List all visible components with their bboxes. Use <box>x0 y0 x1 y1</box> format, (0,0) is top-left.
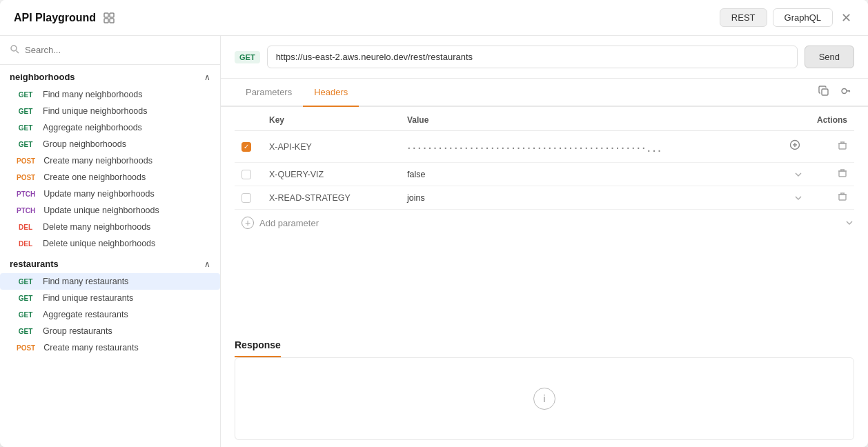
url-input[interactable] <box>267 46 798 68</box>
delete-row-button[interactable] <box>838 168 847 180</box>
search-icon <box>10 44 19 56</box>
svg-rect-3 <box>110 19 114 23</box>
svg-point-4 <box>11 46 17 51</box>
tab-list: Parameters Headers <box>235 79 359 106</box>
layout-icon[interactable] <box>103 12 115 24</box>
method-badge-get: GET <box>14 107 37 116</box>
row-checkbox-3[interactable] <box>241 193 251 203</box>
list-item[interactable]: DEL Delete unique neighborhoods <box>0 235 220 252</box>
neighborhoods-section-header[interactable]: neighborhoods ∧ <box>0 65 220 86</box>
headers-table: Key Value Actions X-API-KEY <box>235 110 854 210</box>
response-title: Response <box>235 339 281 357</box>
graphql-tab-button[interactable]: GraphQL <box>773 8 833 27</box>
list-item[interactable]: GET Group restaurants <box>0 323 220 339</box>
method-badge-get: GET <box>14 294 37 303</box>
item-label: Create one neighborhoods <box>43 172 146 182</box>
restaurants-section-title: restaurants <box>10 259 59 269</box>
rest-tab-button[interactable]: REST <box>720 8 767 27</box>
app-header: API Playground REST GraphQL ✕ <box>0 0 868 36</box>
search-input[interactable] <box>25 45 210 55</box>
header-left: API Playground <box>14 12 115 24</box>
method-badge-del: DEL <box>14 223 37 232</box>
list-item[interactable]: GET Find many restaurants <box>0 273 220 290</box>
list-item[interactable]: PTCH Update unique neighborhoods <box>0 202 220 219</box>
method-badge-get: GET <box>14 90 37 99</box>
add-value-button[interactable] <box>787 137 803 157</box>
header-right: REST GraphQL ✕ <box>720 8 854 28</box>
key-button[interactable] <box>838 83 854 102</box>
add-parameter-row[interactable]: + Add parameter <box>235 210 854 232</box>
list-item[interactable]: GET Find many neighborhoods <box>0 86 220 103</box>
table-row: X-API-KEY ······························… <box>235 131 854 163</box>
key-cell: X-QUERY-VIZ <box>262 163 400 186</box>
url-method-badge: GET <box>235 51 260 63</box>
app-title: API Playground <box>14 12 96 24</box>
neighborhoods-chevron-icon: ∧ <box>204 72 210 82</box>
item-label: Update many neighborhoods <box>43 189 155 199</box>
method-badge-post: POST <box>14 157 38 166</box>
method-badge-get: GET <box>14 277 37 286</box>
list-item[interactable]: GET Group neighborhoods <box>0 136 220 152</box>
list-item[interactable]: GET Aggregate neighborhoods <box>0 119 220 136</box>
method-badge-get: GET <box>14 310 37 319</box>
response-section: Response <box>221 330 868 357</box>
svg-rect-21 <box>839 195 846 200</box>
svg-rect-11 <box>839 143 846 149</box>
svg-line-5 <box>17 51 19 54</box>
svg-rect-0 <box>104 13 108 17</box>
svg-rect-16 <box>839 171 846 177</box>
tab-headers[interactable]: Headers <box>303 79 359 107</box>
list-item[interactable]: GET Aggregate restaurants <box>0 306 220 323</box>
item-label: Find many neighborhoods <box>43 90 143 99</box>
delete-row-button[interactable] <box>838 192 847 203</box>
dropdown-chevron-icon <box>793 170 803 179</box>
app-body: neighborhoods ∧ GET Find many neighborho… <box>0 36 868 447</box>
list-item[interactable]: POST Create many neighborhoods <box>0 152 220 169</box>
main-panel: GET Send Parameters Headers <box>221 36 868 447</box>
method-badge-post: POST <box>14 173 38 182</box>
method-badge-get: GET <box>14 327 37 336</box>
list-item[interactable]: GET Find unique neighborhoods <box>0 103 220 119</box>
method-badge-get: GET <box>14 140 37 149</box>
list-item[interactable]: PTCH Update many neighborhoods <box>0 186 220 202</box>
list-item[interactable]: GET Find unique restaurants <box>0 290 220 306</box>
delete-row-button[interactable] <box>838 141 847 152</box>
item-label: Update unique neighborhoods <box>43 206 159 215</box>
value-cell: false <box>400 163 810 186</box>
response-body: i <box>235 357 854 440</box>
item-label: Group neighborhoods <box>43 139 126 149</box>
svg-rect-1 <box>110 13 114 17</box>
list-item[interactable]: POST Create one neighborhoods <box>0 169 220 186</box>
value-cell: joins <box>400 186 810 210</box>
item-label: Aggregate neighborhoods <box>43 123 142 132</box>
value-text: joins <box>407 193 425 203</box>
headers-table-container: Key Value Actions X-API-KEY <box>221 107 868 330</box>
restaurants-chevron-icon: ∧ <box>204 259 210 269</box>
svg-rect-2 <box>104 19 108 23</box>
item-label: Find many restaurants <box>43 277 128 286</box>
svg-point-7 <box>842 88 847 93</box>
copy-button[interactable] <box>816 83 832 102</box>
item-label: Create many restaurants <box>43 343 139 352</box>
send-button[interactable]: Send <box>805 46 854 68</box>
item-label: Aggregate restaurants <box>43 310 128 319</box>
search-bar <box>0 36 220 65</box>
table-row: X-READ-STRATEGY joins <box>235 186 854 210</box>
item-label: Delete unique neighborhoods <box>43 239 155 248</box>
restaurants-section-header[interactable]: restaurants ∧ <box>0 252 220 273</box>
collapse-chevron-icon <box>845 218 854 228</box>
neighborhoods-section-title: neighborhoods <box>10 72 75 82</box>
method-badge-get: GET <box>14 123 37 132</box>
value-text: false <box>407 170 425 179</box>
col-actions: Actions <box>810 110 854 131</box>
add-parameter-label: Add parameter <box>259 218 319 228</box>
list-item[interactable]: DEL Delete many neighborhoods <box>0 219 220 235</box>
close-button[interactable]: ✕ <box>838 8 854 28</box>
method-badge-patch: PTCH <box>14 190 38 199</box>
list-item[interactable]: POST Create many restaurants <box>0 339 220 356</box>
tab-parameters[interactable]: Parameters <box>235 79 303 107</box>
row-checkbox-1[interactable] <box>241 142 251 152</box>
row-checkbox-2[interactable] <box>241 170 251 179</box>
col-check <box>235 110 262 131</box>
dropdown-chevron-icon <box>793 193 803 203</box>
